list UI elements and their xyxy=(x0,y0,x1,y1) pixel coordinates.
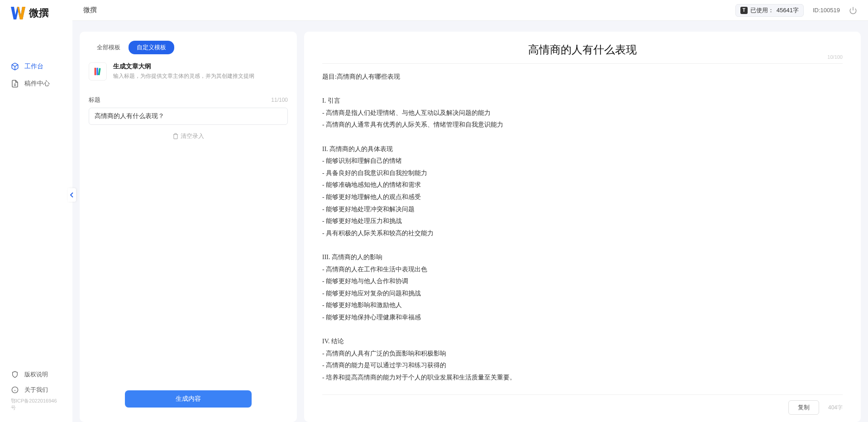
content: 全部模板 自定义模板 生成文章大纲 输入标题，为你提供文章主体的灵感，并为其创建… xyxy=(72,21,868,422)
output-footer: 复制 404字 xyxy=(322,394,843,415)
svg-rect-9 xyxy=(98,68,101,75)
logo-text: 微撰 xyxy=(29,6,49,20)
books-icon xyxy=(89,62,107,81)
tab-custom-templates[interactable]: 自定义模板 xyxy=(129,41,174,54)
user-id: ID:100519 xyxy=(813,7,840,14)
tabs: 全部模板 自定义模板 xyxy=(80,41,297,62)
title-char-count: 11/100 xyxy=(271,97,288,103)
shield-icon xyxy=(11,370,19,379)
usage-value: 45641字 xyxy=(777,6,799,14)
cube-icon xyxy=(11,62,19,71)
output-title-count: 10/100 xyxy=(827,54,843,60)
nav-workspace[interactable]: 工作台 xyxy=(0,58,72,75)
info-icon xyxy=(11,386,19,394)
topbar: 微撰 T 已使用： 45641字 ID:100519 xyxy=(72,0,868,21)
clear-input-button[interactable]: 清空录入 xyxy=(89,125,288,147)
template-title: 生成文章大纲 xyxy=(113,62,288,71)
nav-copyright[interactable]: 版权说明 xyxy=(0,367,72,382)
trash-icon xyxy=(172,133,179,139)
svg-rect-8 xyxy=(96,68,98,76)
output-word-count: 404字 xyxy=(828,404,843,412)
svg-rect-7 xyxy=(95,68,96,76)
text-icon: T xyxy=(740,7,748,14)
nav-about[interactable]: 关于我们 xyxy=(0,382,72,398)
icp-text: 鄂ICP备2022016946号 xyxy=(0,398,72,411)
clear-label: 清空录入 xyxy=(181,132,204,140)
nav-label: 关于我们 xyxy=(24,386,48,394)
form-section: 标题 11/100 清空录入 xyxy=(80,89,297,147)
main-area: 微撰 T 已使用： 45641字 ID:100519 全部模板 xyxy=(72,0,868,422)
generate-button[interactable]: 生成内容 xyxy=(125,390,252,408)
output-panel: 高情商的人有什么表现 10/100 题目:高情商的人有哪些表现 I. 引言 - … xyxy=(304,32,861,422)
nav-label: 工作台 xyxy=(24,62,43,71)
nav-label: 稿件中心 xyxy=(24,80,50,88)
topbar-right: T 已使用： 45641字 ID:100519 xyxy=(735,4,857,17)
output-header: 高情商的人有什么表现 10/100 xyxy=(322,43,843,64)
input-panel: 全部模板 自定义模板 生成文章大纲 输入标题，为你提供文章主体的灵感，并为其创建… xyxy=(80,32,297,422)
template-body: 生成文章大纲 输入标题，为你提供文章主体的灵感，并为其创建推文提纲 xyxy=(113,62,288,81)
usage-label: 已使用： xyxy=(750,6,774,14)
logo-icon xyxy=(11,7,25,19)
output-body[interactable]: 题目:高情商的人有哪些表现 I. 引言 - 高情商是指人们处理情绪、与他人互动以… xyxy=(322,71,843,389)
title-label: 标题 xyxy=(89,96,100,104)
copy-button[interactable]: 复制 xyxy=(788,400,819,415)
title-input[interactable] xyxy=(89,108,288,125)
usage-badge[interactable]: T 已使用： 45641字 xyxy=(735,4,804,17)
logo: 微撰 xyxy=(0,6,72,31)
collapse-handle[interactable] xyxy=(68,188,76,202)
main-nav: 工作台 稿件中心 xyxy=(0,31,72,367)
footer-nav: 版权说明 关于我们 鄂ICP备2022016946号 xyxy=(0,367,72,416)
template-desc: 输入标题，为你提供文章主体的灵感，并为其创建推文提纲 xyxy=(113,72,288,80)
nav-label: 版权说明 xyxy=(24,370,48,379)
template-card: 生成文章大纲 输入标题，为你提供文章主体的灵感，并为其创建推文提纲 xyxy=(80,62,297,89)
tab-all-templates[interactable]: 全部模板 xyxy=(89,41,129,54)
document-icon xyxy=(11,80,19,88)
nav-drafts[interactable]: 稿件中心 xyxy=(0,75,72,92)
output-title: 高情商的人有什么表现 xyxy=(322,43,843,57)
power-icon[interactable] xyxy=(849,6,857,14)
page-title: 微撰 xyxy=(83,6,97,14)
sidebar: 微撰 工作台 稿件中心 版权说明 xyxy=(0,0,72,422)
